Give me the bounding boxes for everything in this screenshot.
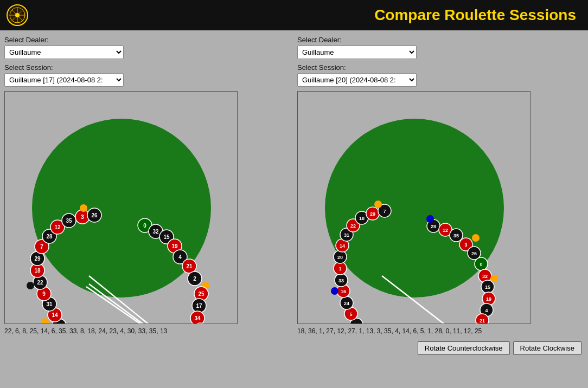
svg-text:28: 28 [46, 234, 53, 240]
rotate-clockwise-button[interactable]: Rotate Clockwise [513, 341, 581, 355]
svg-text:28: 28 [431, 224, 436, 229]
main-content: Select Dealer: Guillaume Select Session:… [0, 30, 588, 335]
page-title: Compare Roulette Sessions [374, 7, 581, 24]
dealer-label-right: Select Dealer: [297, 36, 584, 44]
dealer-select-left[interactable]: Guillaume [4, 46, 124, 59]
svg-text:17: 17 [196, 303, 202, 309]
svg-text:29: 29 [34, 256, 41, 262]
session-label-right: Select Session: [297, 63, 584, 72]
svg-text:5: 5 [349, 312, 352, 317]
session-label-left: Select Session: [4, 63, 291, 72]
svg-point-157 [331, 287, 338, 295]
svg-text:35: 35 [66, 218, 72, 224]
svg-text:2: 2 [193, 276, 196, 282]
header: Compare Roulette Sessions [0, 0, 588, 30]
svg-text:0: 0 [143, 223, 146, 229]
svg-text:19: 19 [486, 296, 491, 302]
svg-text:3: 3 [464, 242, 467, 248]
wheel-left: 0 32 15 19 4 21 2 [4, 91, 238, 324]
svg-text:22: 22 [37, 280, 43, 286]
svg-point-106 [472, 234, 480, 242]
svg-text:21: 21 [186, 263, 193, 269]
svg-text:31: 31 [344, 232, 349, 238]
rotate-counterclockwise-button[interactable]: Rotate Counterclockwise [418, 341, 510, 355]
svg-text:10: 10 [354, 322, 359, 324]
sequence-right: 18, 36, 1, 27, 12, 27, 1, 13, 3, 35, 4, … [297, 327, 531, 335]
svg-text:26: 26 [471, 251, 477, 256]
svg-point-92 [80, 204, 87, 212]
svg-text:18: 18 [359, 216, 365, 221]
svg-text:7: 7 [383, 209, 386, 214]
session-select-left[interactable]: Guillaume [17] (2024-08-08 2: [4, 73, 124, 87]
dealer-select-right[interactable]: Guillaume [297, 46, 417, 59]
svg-text:24: 24 [344, 301, 349, 306]
svg-text:34: 34 [194, 315, 201, 321]
svg-point-75 [27, 282, 34, 289]
svg-text:12: 12 [443, 228, 448, 233]
wheel-right: 28 12 35 3 26 0 32 [297, 91, 531, 324]
svg-text:26: 26 [91, 212, 98, 218]
svg-text:3: 3 [81, 214, 84, 220]
svg-text:18: 18 [34, 268, 41, 274]
svg-text:20: 20 [337, 255, 343, 260]
svg-text:14: 14 [340, 243, 345, 249]
session-select-right[interactable]: Guillaume [20] (2024-08-08 2: [297, 73, 417, 87]
svg-point-177 [426, 215, 434, 223]
svg-text:20: 20 [56, 323, 62, 324]
svg-text:4: 4 [178, 254, 182, 260]
svg-text:35: 35 [453, 233, 459, 238]
svg-text:32: 32 [482, 274, 488, 279]
svg-text:29: 29 [370, 211, 375, 217]
svg-text:15: 15 [485, 284, 490, 290]
footer-buttons: Rotate Counterclockwise Rotate Clockwise [0, 337, 588, 359]
sequence-left: 22, 6, 8, 25, 14, 6, 35, 33, 8, 18, 24, … [4, 327, 238, 335]
svg-text:0: 0 [480, 262, 482, 267]
svg-text:15: 15 [163, 234, 170, 240]
svg-text:21: 21 [480, 318, 485, 324]
svg-point-122 [470, 324, 483, 324]
svg-text:1: 1 [338, 266, 341, 271]
svg-text:33: 33 [338, 278, 344, 283]
svg-text:25: 25 [198, 291, 204, 297]
logo [7, 4, 28, 26]
panel-left: Select Dealer: Guillaume Select Session:… [4, 36, 291, 335]
svg-text:14: 14 [52, 312, 58, 318]
svg-text:4: 4 [485, 308, 488, 313]
svg-text:7: 7 [40, 244, 43, 250]
dealer-label-left: Select Dealer: [4, 36, 291, 44]
svg-text:12: 12 [54, 224, 61, 230]
svg-text:31: 31 [46, 301, 53, 307]
svg-text:22: 22 [350, 223, 356, 229]
svg-text:19: 19 [171, 243, 178, 249]
svg-point-176 [374, 201, 382, 208]
svg-text:9: 9 [42, 291, 46, 297]
svg-text:32: 32 [152, 229, 159, 235]
svg-point-95 [325, 119, 504, 298]
panel-right: Select Dealer: Guillaume Select Session:… [297, 36, 584, 335]
svg-text:16: 16 [341, 289, 346, 294]
svg-point-68 [41, 318, 49, 324]
